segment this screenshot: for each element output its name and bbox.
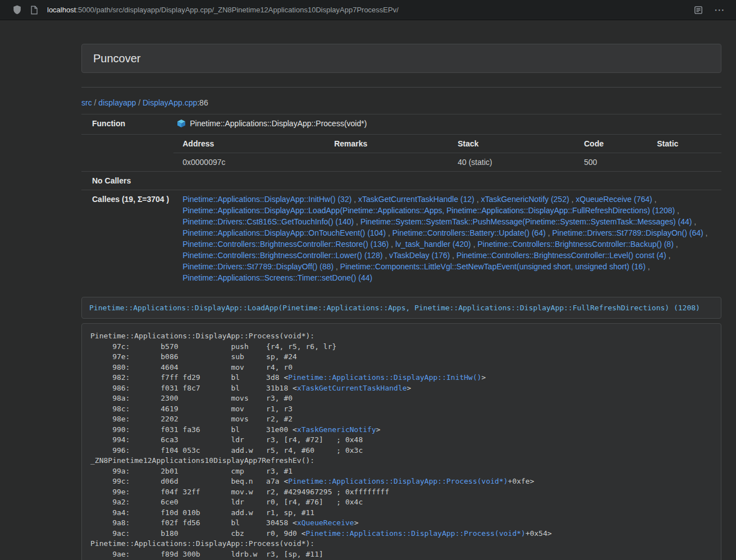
code-text: 98a: 2300 movs r3, #0	[90, 394, 292, 402]
code-text: 990: f031 fa36 bl 31e00 <	[90, 425, 297, 434]
callee-link[interactable]: Pinetime::Components::LittleVgl::SetNewT…	[340, 262, 646, 271]
code-text: 9ae: f89d 300b ldrb.w r3, [sp, #11]	[90, 550, 323, 558]
shield-icon[interactable]	[11, 4, 22, 16]
code-symbol-link[interactable]: Pinetime::Applications::DisplayApp::Init…	[288, 373, 481, 382]
callee-separator: ,	[569, 195, 576, 204]
stats-row: Address Remarks Stack Code Static 0x0000…	[81, 135, 721, 172]
col-address: Address	[173, 135, 325, 153]
callee-separator: ,	[471, 240, 478, 249]
code-text: 98e: 2202 movs r2, #2	[90, 415, 292, 423]
callee-link[interactable]: Pinetime::Controllers::Battery::Update()…	[392, 228, 546, 237]
breadcrumb-link-file[interactable]: DisplayApp.cpp	[143, 98, 197, 107]
document-icon	[29, 4, 40, 16]
callee-link[interactable]: vTaskDelay (176)	[389, 251, 450, 260]
code-text: 98c: 4619 mov r1, r3	[90, 405, 292, 413]
app-title-panel: Puncover	[81, 44, 721, 73]
callee-separator: ,	[354, 217, 360, 226]
breadcrumb-separator: /	[94, 98, 97, 107]
callee-separator: ,	[351, 195, 358, 204]
code-text: >	[482, 373, 486, 382]
function-stats-table: Address Remarks Stack Code Static 0x0000…	[173, 135, 721, 171]
code-text: 9a4: f10d 010b add.w r1, sp, #11	[90, 508, 314, 517]
callee-link[interactable]: Pinetime::Applications::DisplayApp::Init…	[182, 195, 351, 204]
code-text: 99a: 2b01 cmp r3, #1	[90, 467, 292, 475]
code-symbol-link[interactable]: xTaskGenericNotify	[297, 425, 376, 434]
callee-link[interactable]: lv_task_handler (420)	[395, 240, 471, 249]
callee-link[interactable]: Pinetime::Drivers::St7789::DisplayOff() …	[182, 262, 333, 271]
url-path: :5000/path/src/displayapp/DisplayApp.cpp…	[76, 6, 399, 14]
breadcrumb-link-displayapp[interactable]: displayapp	[98, 98, 136, 107]
function-symbol-icon	[177, 119, 186, 131]
callee-link[interactable]: xTaskGetCurrentTaskHandle (12)	[358, 195, 474, 204]
value-address: 0x0000097c	[173, 153, 325, 172]
code-symbol-link[interactable]: xQueueReceive	[297, 518, 354, 527]
app-title: Puncover	[93, 52, 710, 65]
stats-header-row: Address Remarks Stack Code Static	[173, 135, 721, 153]
callee-link[interactable]: Pinetime::Controllers::BrightnessControl…	[182, 251, 382, 260]
code-text: 996: f104 053c add.w r5, r4, #60 ; 0x3c	[90, 446, 363, 455]
no-callers-label: No Callers	[81, 172, 173, 190]
callee-link[interactable]: Pinetime::Drivers::St7789::DisplayOn() (…	[552, 228, 703, 237]
disassembly-code: Pinetime::Applications::DisplayApp::Proc…	[81, 323, 721, 560]
code-symbol-link[interactable]: Pinetime::Applications::DisplayApp::Proc…	[306, 529, 525, 538]
code-text: >	[354, 518, 359, 527]
callee-separator: ,	[703, 228, 708, 237]
code-text: 994: 6ca3 ldr r3, [r4, #72] ; 0x48	[90, 435, 363, 444]
overflow-menu-icon[interactable]: ⋯	[714, 4, 725, 15]
callee-link[interactable]: Pinetime::Applications::Screens::Timer::…	[182, 273, 372, 282]
callee-link[interactable]: Pinetime::System::SystemTask::PushMessag…	[360, 217, 692, 226]
callee-link[interactable]: Pinetime::Applications::DisplayApp::Load…	[182, 206, 675, 215]
callees-list: Pinetime::Applications::DisplayApp::Init…	[182, 194, 717, 283]
code-text: Pinetime::Applications::DisplayApp::Proc…	[90, 539, 314, 548]
code-text: 986: f031 f8c7 bl 31b18 <	[90, 384, 297, 392]
callee-separator: ,	[675, 206, 679, 215]
browser-chrome: localhost:5000/path/src/displayapp/Displ…	[0, 0, 736, 20]
breadcrumb-link-src[interactable]: src	[81, 98, 92, 107]
callee-separator: ,	[386, 228, 392, 237]
function-row-label: Function	[81, 114, 173, 135]
code-symbol-link[interactable]: Pinetime::Applications::DisplayApp::Proc…	[288, 477, 508, 485]
function-row: Function Pinetime::Applications::Display…	[81, 114, 721, 135]
callee-separator: ,	[646, 262, 650, 271]
breadcrumb: src / displayapp / DisplayApp.cpp:86	[81, 97, 721, 108]
callee-link[interactable]: xTaskGenericNotify (252)	[481, 195, 569, 204]
callee-link[interactable]: Pinetime::Controllers::BrightnessControl…	[477, 240, 673, 249]
col-remarks: Remarks	[325, 135, 449, 153]
callee-separator: ,	[652, 195, 657, 204]
highlighted-symbol-bar: Pinetime::Applications::DisplayApp::Load…	[81, 297, 721, 319]
url-text[interactable]: localhost:5000/path/src/displayapp/Displ…	[47, 6, 399, 14]
code-text: 9ac: b180 cbz r0, 9d0 <	[90, 529, 306, 538]
code-text: +0xfe>	[508, 477, 534, 485]
callee-link[interactable]: Pinetime::Drivers::Cst816S::GetTouchInfo…	[182, 217, 354, 226]
code-text: 97c: b570 push {r4, r5, r6, lr}	[90, 342, 336, 351]
no-callers-row: No Callers	[81, 172, 721, 190]
breadcrumb-line-number: :86	[197, 98, 208, 107]
code-symbol-link[interactable]: xTaskGetCurrentTaskHandle	[297, 384, 407, 392]
stats-row-label	[81, 135, 173, 172]
code-text: 97e: b086 sub sp, #24	[90, 352, 297, 361]
value-stack: 40 (static)	[449, 153, 575, 172]
highlighted-symbol-link[interactable]: Pinetime::Applications::DisplayApp::Load…	[89, 304, 700, 312]
reader-view-icon[interactable]	[693, 4, 704, 16]
code-text: 9a2: 6ce0 ldr r0, [r4, #76] ; 0x4c	[90, 498, 363, 506]
col-code: Code	[575, 135, 648, 153]
value-code: 500	[575, 153, 648, 172]
callee-link[interactable]: Pinetime::Applications::DisplayApp::OnTo…	[182, 228, 386, 237]
function-detail-table: Function Pinetime::Applications::Display…	[81, 114, 721, 287]
header-divider	[81, 87, 721, 88]
callee-separator: ,	[450, 251, 456, 260]
code-text: 99e: f04f 32ff mov.w r2, #4294967295 ; 0…	[90, 488, 389, 496]
col-static: Static	[648, 135, 721, 153]
code-text: +0x54>	[525, 529, 552, 538]
code-text: 9a8: f02f fd56 bl 30458 <	[90, 518, 297, 527]
code-text: >	[376, 425, 381, 434]
url-host: localhost	[47, 6, 76, 14]
callee-link[interactable]: Pinetime::Controllers::BrightnessControl…	[182, 240, 388, 249]
callee-link[interactable]: Pinetime::Controllers::BrightnessControl…	[456, 251, 666, 260]
stats-values-row: 0x0000097c 40 (static) 500	[173, 153, 721, 172]
callee-separator: ,	[474, 195, 481, 204]
callees-row: Callees (19, Σ=3704 ) Pinetime::Applicat…	[81, 190, 721, 287]
callee-link[interactable]: xQueueReceive (764)	[576, 195, 652, 204]
code-text: _ZN8Pinetime12Applications10DisplayApp7R…	[90, 456, 314, 465]
callee-separator: ,	[692, 217, 696, 226]
